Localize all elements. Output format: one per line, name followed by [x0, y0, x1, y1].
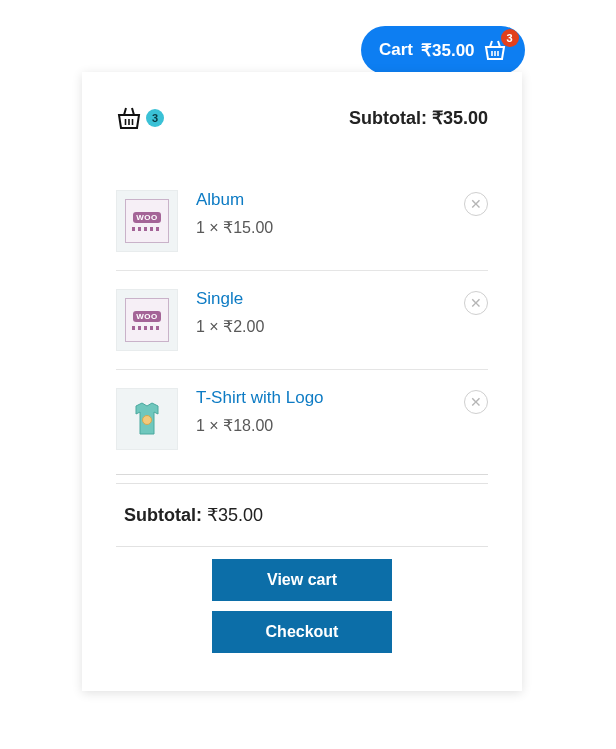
- cart-count-badge: 3: [501, 29, 519, 47]
- remove-item-button[interactable]: ✕: [464, 192, 488, 216]
- panel-header: 3 Subtotal: ₹35.00: [116, 106, 488, 130]
- cart-item: T-Shirt with Logo1 × ₹18.00✕: [116, 369, 488, 468]
- product-thumbnail: WOO: [116, 289, 178, 351]
- cart-item-info: T-Shirt with Logo1 × ₹18.00: [196, 388, 446, 435]
- panel-item-count: 3: [146, 109, 164, 127]
- cart-item: WOOAlbum1 × ₹15.00✕: [116, 172, 488, 270]
- cart-item-qty: 1 × ₹18.00: [196, 416, 446, 435]
- basket-icon: 3: [483, 39, 507, 61]
- cart-item-title[interactable]: T-Shirt with Logo: [196, 388, 446, 408]
- panel-header-left: 3: [116, 106, 164, 130]
- basket-icon: [116, 106, 142, 130]
- cart-actions: View cart Checkout: [116, 546, 488, 653]
- panel-subtotal-label: Subtotal:: [349, 108, 427, 128]
- cart-item-title[interactable]: Album: [196, 190, 446, 210]
- product-thumbnail: [116, 388, 178, 450]
- remove-item-button[interactable]: ✕: [464, 390, 488, 414]
- subtotal-label: Subtotal:: [124, 505, 202, 525]
- remove-item-button[interactable]: ✕: [464, 291, 488, 315]
- product-thumbnail: WOO: [116, 190, 178, 252]
- cart-pill-amount: ₹35.00: [421, 40, 475, 61]
- panel-subtotal-amount: ₹35.00: [432, 108, 488, 128]
- cart-item: WOOSingle1 × ₹2.00✕: [116, 270, 488, 369]
- checkout-button[interactable]: Checkout: [212, 611, 392, 653]
- cart-items-list: WOOAlbum1 × ₹15.00✕WOOSingle1 × ₹2.00✕T-…: [116, 172, 488, 468]
- close-icon: ✕: [470, 394, 482, 410]
- cart-item-qty: 1 × ₹2.00: [196, 317, 446, 336]
- subtotal-row: Subtotal: ₹35.00: [116, 474, 488, 546]
- svg-point-6: [143, 416, 152, 425]
- panel-subtotal: Subtotal: ₹35.00: [349, 107, 488, 129]
- cart-pill[interactable]: Cart ₹35.00 3: [361, 26, 525, 74]
- cart-item-title[interactable]: Single: [196, 289, 446, 309]
- subtotal-amount: ₹35.00: [207, 505, 263, 525]
- cart-item-info: Album1 × ₹15.00: [196, 190, 446, 237]
- cart-item-qty: 1 × ₹15.00: [196, 218, 446, 237]
- close-icon: ✕: [470, 295, 482, 311]
- cart-item-info: Single1 × ₹2.00: [196, 289, 446, 336]
- cart-pill-label: Cart: [379, 40, 413, 60]
- mini-cart-panel: 3 Subtotal: ₹35.00 WOOAlbum1 × ₹15.00✕WO…: [82, 72, 522, 691]
- view-cart-button[interactable]: View cart: [212, 559, 392, 601]
- close-icon: ✕: [470, 196, 482, 212]
